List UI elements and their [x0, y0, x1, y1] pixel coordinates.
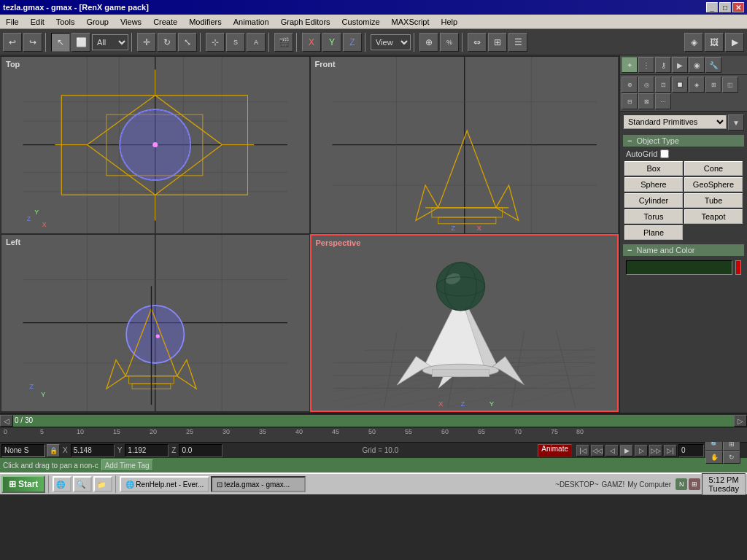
panel-btn-h[interactable]: ⊟	[622, 93, 638, 109]
object-name-input[interactable]	[626, 260, 732, 275]
start-button[interactable]: ⊞ Start	[1, 475, 45, 493]
render-button[interactable]: 🎬	[274, 33, 293, 52]
hierarchy-panel-btn[interactable]: ⚷	[655, 57, 671, 73]
snap-toggle[interactable]: S	[226, 33, 245, 52]
timeline-track[interactable]: 0 / 30	[13, 415, 734, 427]
view-y-button[interactable]: Y	[322, 33, 341, 52]
desktop-label[interactable]: ~DESKTOP~	[555, 481, 598, 489]
view-z-button[interactable]: Z	[343, 33, 362, 52]
geosphere-button[interactable]: GeoSphere	[684, 177, 743, 192]
cone-button[interactable]: Cone	[684, 161, 743, 176]
menu-edit[interactable]: Edit	[25, 16, 50, 28]
menu-tools[interactable]: Tools	[50, 16, 81, 28]
cylinder-button[interactable]: Cylinder	[624, 193, 683, 208]
title-bar-controls[interactable]: _ □ ✕	[706, 2, 744, 12]
next-button[interactable]: ▷	[635, 445, 648, 456]
snap-button[interactable]: ⊹	[206, 33, 225, 52]
minimize-button[interactable]: _	[706, 2, 718, 12]
play-button[interactable]: ▶	[620, 445, 633, 456]
viewport-perspective[interactable]: Perspective	[310, 234, 619, 412]
z-coord-field[interactable]	[179, 444, 222, 457]
primitives-dropdown[interactable]: Standard Primitives	[623, 114, 727, 129]
object-type-header[interactable]: Object Type	[623, 135, 744, 147]
autogrid-checkbox[interactable]	[660, 149, 669, 158]
menu-customize[interactable]: Customize	[336, 16, 386, 28]
sphere-button[interactable]: Sphere	[624, 177, 683, 192]
go-end-button[interactable]: ▷|	[664, 445, 677, 456]
maximize-button[interactable]: □	[719, 2, 731, 12]
render-scene[interactable]: 🖼	[705, 33, 724, 52]
folder-button[interactable]: 📁	[93, 476, 112, 492]
y-coord-field[interactable]	[125, 444, 169, 457]
layer-button[interactable]: ☰	[508, 33, 527, 52]
panel-btn-i[interactable]: ⊠	[638, 93, 654, 109]
transform-gizmo[interactable]: ⊕	[419, 33, 438, 52]
panel-btn-c[interactable]: ⊡	[655, 77, 671, 93]
mirror-button[interactable]: ⇔	[468, 33, 487, 52]
pan-button[interactable]: ✋	[705, 451, 723, 464]
plane-button[interactable]: Plane	[624, 225, 683, 240]
select-filter-dropdown[interactable]: All	[92, 34, 128, 50]
panel-btn-b[interactable]: ◎	[638, 77, 654, 93]
frame-input[interactable]	[678, 444, 704, 457]
renhelp-window-button[interactable]: 🌐 RenHelp.net - Ever...	[120, 476, 209, 492]
align-button[interactable]: ⊞	[488, 33, 507, 52]
panel-btn-f[interactable]: ⊞	[705, 77, 721, 93]
menu-file[interactable]: File	[0, 16, 25, 28]
viewport-top[interactable]: Top	[1, 56, 310, 234]
create-panel-btn[interactable]: ✦	[622, 57, 638, 73]
box-button[interactable]: Box	[624, 161, 683, 176]
undo-button[interactable]: ↩	[3, 33, 22, 52]
search-button[interactable]: 🔍	[73, 476, 92, 492]
add-time-tag-button[interactable]: Add Time Tag	[101, 459, 153, 471]
material-editor[interactable]: ◈	[684, 33, 703, 52]
next-key-button[interactable]: ▷▷	[649, 445, 662, 456]
tube-button[interactable]: Tube	[684, 193, 743, 208]
x-coord-field[interactable]	[71, 444, 115, 457]
name-color-header[interactable]: Name and Color	[623, 244, 744, 256]
lock-button[interactable]: 🔒	[47, 444, 60, 457]
dropdown-arrow[interactable]: ▼	[728, 114, 744, 131]
utility-panel-btn[interactable]: 🔧	[705, 57, 721, 73]
time-ruler[interactable]: 0 5 10 15 20 25 30 35 40 45 50 55 60 65 …	[0, 428, 747, 442]
menu-maxscript[interactable]: MAXScript	[386, 16, 436, 28]
view-x-button[interactable]: X	[302, 33, 321, 52]
viewport-front[interactable]: Front	[310, 56, 619, 234]
menu-views[interactable]: Views	[115, 16, 147, 28]
prev-frame-button[interactable]: ◁	[0, 415, 13, 427]
teapot-button[interactable]: Teapot	[684, 209, 743, 224]
motion-panel-btn[interactable]: ▶	[672, 57, 688, 73]
orbit-button[interactable]: ↻	[723, 451, 740, 464]
display-panel-btn[interactable]: ◉	[689, 57, 705, 73]
gmax-window-button[interactable]: ⊡ tezla.gmax - gmax...	[211, 476, 306, 492]
render-last[interactable]: ▶	[725, 33, 744, 52]
panel-btn-e[interactable]: ◈	[689, 77, 705, 93]
move-button[interactable]: ✛	[137, 33, 156, 52]
rotate-button[interactable]: ↻	[158, 33, 177, 52]
panel-btn-j[interactable]: ⋯	[655, 93, 671, 109]
panel-btn-g[interactable]: ◫	[722, 77, 738, 93]
percent-snap[interactable]: %	[440, 33, 459, 52]
redo-button[interactable]: ↪	[23, 33, 42, 52]
close-button[interactable]: ✕	[732, 2, 744, 12]
go-start-button[interactable]: |◁	[576, 445, 589, 456]
select-region-button[interactable]: ⬜	[71, 33, 90, 52]
panel-btn-d[interactable]: 🔲	[672, 77, 688, 93]
prev-key-button[interactable]: ◁◁	[591, 445, 604, 456]
ie-button[interactable]: 🌐	[53, 476, 71, 492]
select-button[interactable]: ↖	[51, 33, 70, 52]
torus-button[interactable]: Torus	[624, 209, 683, 224]
scale-button[interactable]: ⤡	[178, 33, 197, 52]
menu-create[interactable]: Create	[147, 16, 183, 28]
animate-button[interactable]: Animate	[538, 444, 572, 457]
angle-snap[interactable]: A	[247, 33, 266, 52]
menu-group[interactable]: Group	[80, 16, 115, 28]
menu-modifiers[interactable]: Modifiers	[183, 16, 228, 28]
modify-panel-btn[interactable]: ⋮	[638, 57, 654, 73]
next-frame-button[interactable]: ▷	[734, 415, 747, 427]
menu-animation[interactable]: Animation	[228, 16, 275, 28]
my-computer-button[interactable]: My Computer	[627, 481, 671, 489]
viewport-left[interactable]: Left	[1, 234, 310, 412]
menu-graph-editors[interactable]: Graph Editors	[275, 16, 336, 28]
color-swatch[interactable]	[735, 260, 741, 275]
